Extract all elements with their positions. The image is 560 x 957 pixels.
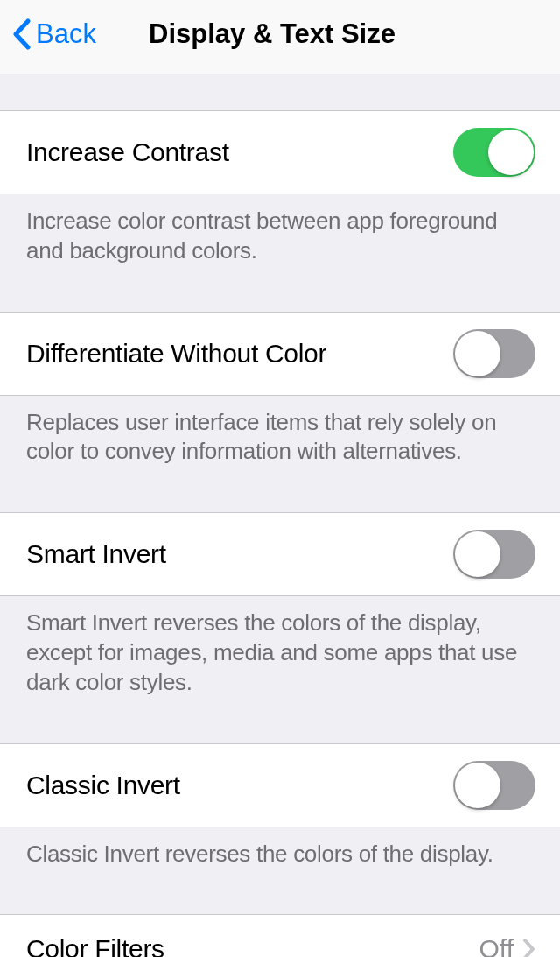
row-label: Smart Invert — [26, 539, 166, 569]
section-spacer — [0, 881, 560, 914]
increase-contrast-toggle[interactable] — [453, 128, 536, 177]
smart-invert-row[interactable]: Smart Invert — [0, 512, 560, 596]
row-label: Color Filters — [26, 934, 164, 957]
increase-contrast-row[interactable]: Increase Contrast — [0, 110, 560, 194]
switch-knob — [455, 331, 500, 376]
classic-invert-row[interactable]: Classic Invert — [0, 743, 560, 827]
classic-invert-toggle[interactable] — [453, 761, 536, 810]
switch-knob — [455, 763, 500, 808]
section-spacer — [0, 278, 560, 312]
switch-knob — [455, 531, 500, 577]
chevron-left-icon — [12, 18, 31, 50]
chevron-right-icon — [522, 938, 536, 957]
color-filters-row[interactable]: Color Filters Off — [0, 914, 560, 957]
row-label: Increase Contrast — [26, 137, 229, 167]
smart-invert-footer: Smart Invert reverses the colors of the … — [0, 596, 560, 709]
section-spacer — [0, 74, 560, 110]
row-label: Classic Invert — [26, 771, 180, 800]
differentiate-without-color-toggle[interactable] — [453, 329, 536, 378]
row-value: Off — [480, 934, 536, 957]
classic-invert-footer: Classic Invert reverses the colors of th… — [0, 827, 560, 882]
row-label: Differentiate Without Color — [26, 339, 326, 369]
smart-invert-toggle[interactable] — [453, 530, 536, 579]
back-label: Back — [36, 18, 96, 50]
value-text: Off — [480, 934, 514, 957]
section-spacer — [0, 710, 560, 743]
switch-knob — [488, 130, 534, 175]
section-spacer — [0, 479, 560, 512]
back-button[interactable]: Back — [12, 18, 96, 50]
increase-contrast-footer: Increase color contrast between app fore… — [0, 194, 560, 278]
differentiate-without-color-row[interactable]: Differentiate Without Color — [0, 312, 560, 396]
differentiate-without-color-footer: Replaces user interface items that rely … — [0, 396, 560, 480]
navigation-bar: Back Display & Text Size — [0, 0, 560, 74]
page-title: Display & Text Size — [149, 18, 396, 50]
